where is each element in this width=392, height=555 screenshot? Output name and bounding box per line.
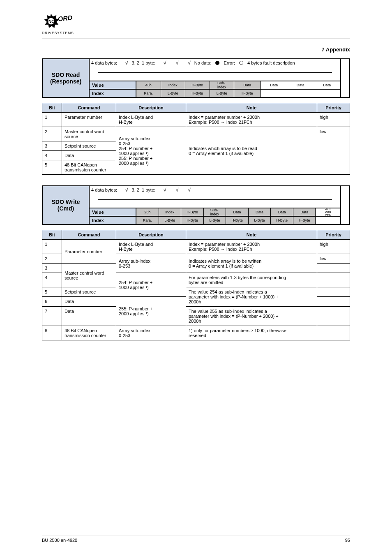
sdo-read-map: SDO Read (Response) 4 data bytes: √ 3, 2… — [42, 58, 350, 98]
cell-cmd: 48 Bit CANopen transmission counter — [62, 160, 116, 175]
table-row: 5 Setpoint source The value 254 as sub-i… — [42, 287, 350, 297]
header-rule — [42, 39, 350, 39]
col-cmd: Command — [62, 103, 116, 113]
cell: Index — [161, 81, 186, 89]
cell-note: For parameters with 1-3 bytes the corres… — [186, 273, 317, 287]
col-note: Note — [186, 103, 317, 113]
row-label: Index — [90, 90, 136, 97]
cell-cmd: Master control word source — [62, 127, 116, 141]
cell: Data — [234, 81, 261, 89]
cell-bit: 6 — [42, 297, 62, 307]
cell-bit: 2 — [42, 127, 62, 141]
row-label: Index — [90, 217, 136, 224]
check-icon: √ — [188, 187, 191, 193]
cell: 43h — [136, 81, 161, 89]
cell: Data — [314, 81, 340, 89]
map-endcol — [340, 59, 349, 97]
cell-cmd: Data — [62, 297, 116, 307]
cell-bit: 5 — [42, 160, 62, 175]
sdo-read-value-row: Value 43h Index H-Byte Sub- index Data D… — [90, 81, 340, 89]
cell-bit: 1 — [42, 240, 62, 254]
legend-item: 3, 2, 1 byte: — [132, 187, 155, 192]
col-desc: Description — [116, 103, 186, 113]
cell: H-Byte — [293, 217, 316, 224]
cell-cmd: Parameter number — [62, 113, 116, 127]
legend-item: 3, 2, 1 byte: — [132, 60, 155, 65]
cell-bit: 3 — [42, 141, 62, 151]
col-note: Note — [186, 230, 317, 240]
cell-note: The value 255 as sub-index indicates a p… — [186, 307, 317, 326]
cell-note: 1) only for parameter numbers ≥ 1000, ot… — [186, 326, 317, 340]
cell: L-Byte — [210, 90, 235, 97]
cell-prio — [317, 307, 350, 326]
cell-desc: 254: P-number + 1000 applies ¹) — [116, 273, 186, 297]
cell-note: Index = parameter number + 2000h Example… — [186, 240, 317, 254]
map-endcol — [340, 186, 349, 224]
table-row: 2 Master control word source Array sub-i… — [42, 127, 350, 141]
cell-bit: 5 — [42, 287, 62, 297]
legend-prefix: 4 data bytes: — [91, 187, 117, 192]
cell-prio — [317, 264, 350, 273]
cell-prio: high — [317, 113, 350, 127]
cell-desc: Array sub-index 0-253 — [116, 254, 186, 273]
cell-note: The value 254 as sub-index indicates a p… — [186, 287, 317, 307]
sdo-write-value-row: Value 23h Index H-Byte Sub- index Data D… — [90, 208, 340, 216]
cell-cmd: Setpoint source — [62, 287, 116, 297]
sdo-write-label: SDO Write (Cmd) — [43, 186, 90, 224]
row-label: Value — [90, 208, 136, 216]
table-row: 8 48 Bit CANopen transmission counter Ar… — [42, 326, 350, 340]
check-icon: √ — [176, 187, 179, 193]
cell: H-Byte — [181, 208, 204, 216]
cell-bit: 1 — [42, 113, 62, 127]
cell: H-Byte — [234, 90, 261, 97]
cell-prio — [317, 297, 350, 307]
cell: 23h — [136, 208, 159, 216]
sdo-read-index-row: Index Para. L-Byte H-Byte L-Byte H-Byte — [90, 89, 340, 97]
col-prio: Priority — [317, 103, 350, 113]
legend-prefix: 4 data bytes: — [91, 60, 117, 65]
cell: Sub- index — [210, 81, 235, 89]
svg-text:ORD: ORD — [58, 14, 73, 23]
cell: Data — [261, 81, 287, 89]
cell: L-Byte — [159, 217, 182, 224]
cell: Para. — [136, 217, 159, 224]
sdo-read-detail-table: Bit Command Description Note Priority 1 … — [42, 103, 350, 175]
cell-note: Index = parameter number + 2000h Example… — [186, 113, 317, 127]
cell-bit: 4 — [42, 151, 62, 160]
legend-item: No data: — [194, 60, 212, 65]
cell-bit: 3 — [42, 264, 62, 273]
col-prio: Priority — [317, 230, 350, 240]
cell-bit: 2 — [42, 254, 62, 264]
sdo-write-legend: 4 data bytes: √ 3, 2, 1 byte: √√√ — [90, 186, 340, 193]
cell: Data — [293, 208, 316, 216]
cell-prio: low — [317, 254, 350, 264]
cell: L-Byte — [204, 217, 226, 224]
footer-left: BU 2500 en-4920 — [42, 538, 77, 543]
cell: Data — [249, 208, 271, 216]
sdo-read-label: SDO Read (Response) — [43, 59, 90, 97]
cell-desc: Index L-Byte and H-Byte — [116, 113, 186, 127]
cell-prio: low — [317, 127, 350, 175]
cell-cmd: Master control word source — [62, 264, 116, 287]
cell: Data — [287, 81, 314, 89]
cell-prio: high — [317, 240, 350, 254]
footer-page-number: 95 — [345, 538, 350, 543]
check-icon: √ — [164, 187, 166, 193]
col-bit: Bit — [42, 103, 62, 113]
cell: Data — [271, 208, 293, 216]
svg-text:NO: NO — [48, 19, 55, 24]
cell-cmd: Setpoint source — [62, 141, 116, 151]
cell-desc: 255: P-number + 2000 applies ¹) — [116, 297, 186, 326]
cell-cmd: Data — [62, 151, 116, 160]
cell-cmd: Data — [62, 307, 116, 326]
cell: Index — [159, 208, 182, 216]
check-icon: √ — [125, 60, 128, 66]
table-row: 1 Parameter number Index L-Byte and H-By… — [42, 113, 350, 127]
cell-prio — [317, 287, 350, 297]
cell-prio — [317, 273, 350, 287]
header-logo-row: NO ORD DRIVESYSTEMS — [42, 12, 350, 36]
col-cmd: Command — [62, 230, 116, 240]
cell-desc: Array sub-index 0-253 254: P-number + 10… — [116, 127, 186, 175]
legend-item: 4 bytes fault description — [247, 60, 295, 65]
col-desc: Description — [116, 230, 186, 240]
